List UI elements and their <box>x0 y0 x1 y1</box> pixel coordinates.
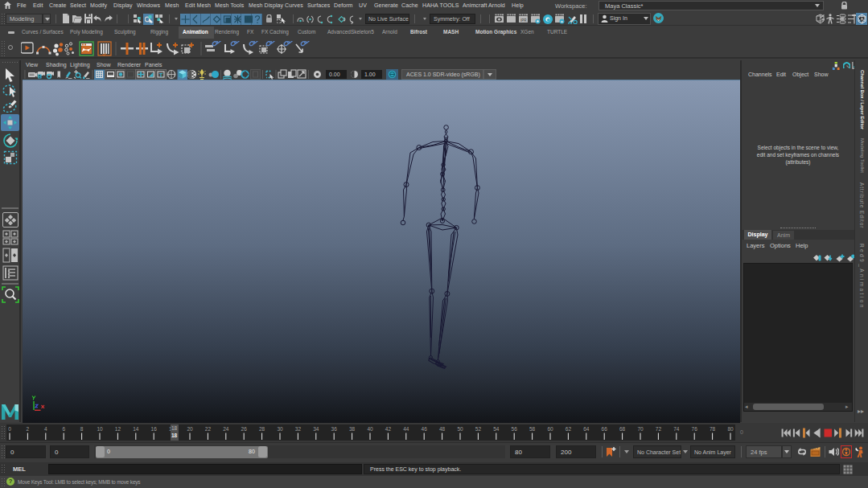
svg-text:78: 78 <box>710 426 716 432</box>
svg-text:36: 36 <box>331 426 338 432</box>
svg-text:62: 62 <box>566 426 572 432</box>
svg-text:44: 44 <box>403 426 409 432</box>
svg-text:46: 46 <box>422 426 428 432</box>
svg-text:14: 14 <box>133 426 139 432</box>
svg-text:40: 40 <box>367 426 373 432</box>
svg-text:2: 2 <box>27 426 30 432</box>
svg-text:28: 28 <box>259 426 265 432</box>
svg-text:8: 8 <box>80 426 84 432</box>
svg-text:48: 48 <box>439 426 446 432</box>
svg-text:22: 22 <box>205 426 212 432</box>
svg-text:60: 60 <box>547 426 553 432</box>
svg-text:54: 54 <box>493 426 500 432</box>
svg-text:58: 58 <box>529 426 536 432</box>
svg-text:66: 66 <box>602 426 608 432</box>
svg-text:6: 6 <box>62 426 65 432</box>
svg-text:10: 10 <box>97 426 103 432</box>
svg-text:64: 64 <box>583 426 590 432</box>
svg-text:50: 50 <box>457 426 463 432</box>
svg-text:74: 74 <box>673 426 680 432</box>
svg-text:B: B <box>39 75 41 79</box>
svg-text:12: 12 <box>115 426 121 432</box>
svg-text:30: 30 <box>277 426 283 432</box>
svg-text:34: 34 <box>313 426 319 432</box>
svg-text:0: 0 <box>8 426 11 432</box>
svg-text:56: 56 <box>512 426 518 432</box>
svg-text:IPR: IPR <box>520 18 527 23</box>
svg-text:70: 70 <box>637 426 644 432</box>
svg-text:4: 4 <box>44 426 47 432</box>
svg-text:42: 42 <box>385 426 392 432</box>
svg-text:80: 80 <box>727 426 734 432</box>
svg-text:52: 52 <box>475 426 482 432</box>
svg-text:T: T <box>159 72 163 79</box>
svg-text:16: 16 <box>151 426 158 432</box>
svg-text:72: 72 <box>656 426 662 432</box>
svg-text:26: 26 <box>241 426 248 432</box>
svg-text:32: 32 <box>295 426 302 432</box>
svg-text:76: 76 <box>692 426 698 432</box>
svg-text:20: 20 <box>187 426 193 432</box>
svg-text:68: 68 <box>619 426 626 432</box>
svg-text:24: 24 <box>223 426 229 432</box>
svg-text:38: 38 <box>349 426 356 432</box>
